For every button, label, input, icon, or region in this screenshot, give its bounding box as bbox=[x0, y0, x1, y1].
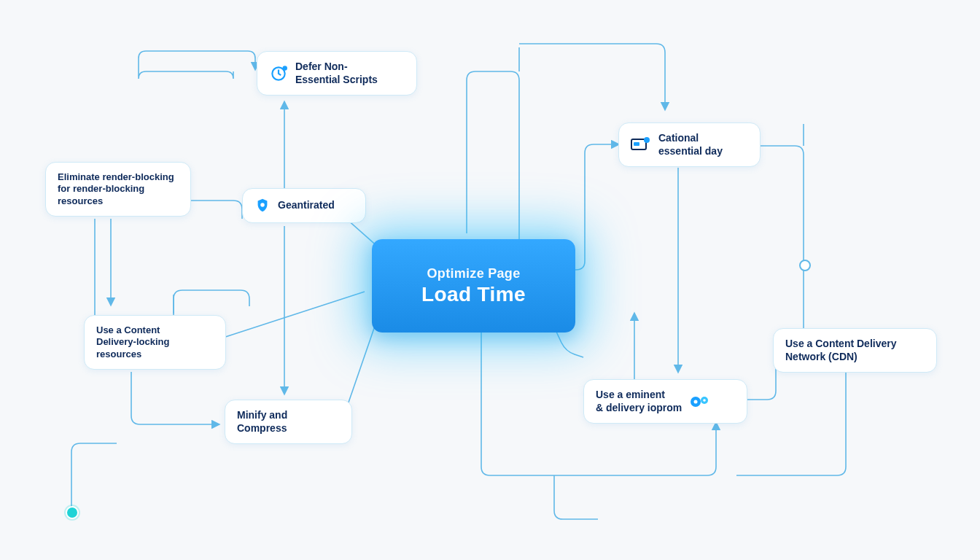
node-use-content-delivery-locking[interactable]: Use a ContentDelivery-lockingresources bbox=[84, 315, 226, 370]
clock-gear-icon bbox=[269, 64, 288, 83]
node-use-cdn[interactable]: Use a Content DeliveryNetwork (CDN) bbox=[773, 328, 937, 373]
terminal-dot bbox=[66, 506, 79, 519]
node-label: Use a eminent& delivery ioprom bbox=[596, 389, 682, 414]
node-geantirated[interactable]: Geantirated bbox=[242, 188, 366, 223]
double-gear-icon bbox=[689, 393, 711, 411]
node-center-optimize-load-time[interactable]: Optimize Page Load Time bbox=[372, 239, 575, 332]
node-label: Use a ContentDelivery-lockingresources bbox=[96, 324, 169, 360]
svg-point-8 bbox=[694, 400, 698, 403]
screen-dot-icon bbox=[631, 137, 651, 153]
connector-junction bbox=[799, 260, 811, 271]
node-defer-scripts[interactable]: Defer Non-Essential Scripts bbox=[257, 51, 417, 96]
shield-icon bbox=[254, 198, 271, 214]
node-label: Geantirated bbox=[278, 199, 335, 212]
node-cational-essential-day[interactable]: Cationalessential day bbox=[618, 122, 761, 167]
node-label: Cationalessential day bbox=[658, 132, 723, 158]
svg-point-1 bbox=[282, 66, 287, 71]
node-label: Use a Content DeliveryNetwork (CDN) bbox=[785, 338, 897, 363]
node-label: Defer Non-Essential Scripts bbox=[295, 61, 378, 86]
node-minify-compress[interactable]: Minify andCompress bbox=[225, 400, 352, 444]
center-line2: Load Time bbox=[421, 283, 526, 306]
node-eliminate-render-blocking[interactable]: Eliminate render-blockingfor render-bloc… bbox=[45, 162, 191, 217]
svg-rect-4 bbox=[634, 142, 639, 146]
center-line1: Optimize Page bbox=[427, 266, 521, 281]
svg-point-9 bbox=[703, 399, 706, 402]
node-label: Minify andCompress bbox=[237, 409, 287, 435]
svg-point-5 bbox=[644, 137, 650, 143]
node-label: Eliminate render-blockingfor render-bloc… bbox=[58, 171, 174, 207]
diagram-canvas: Defer Non-Essential Scripts Eliminate re… bbox=[0, 0, 980, 560]
node-use-eminent-delivery[interactable]: Use a eminent& delivery ioprom bbox=[583, 379, 747, 424]
svg-point-2 bbox=[260, 203, 265, 207]
